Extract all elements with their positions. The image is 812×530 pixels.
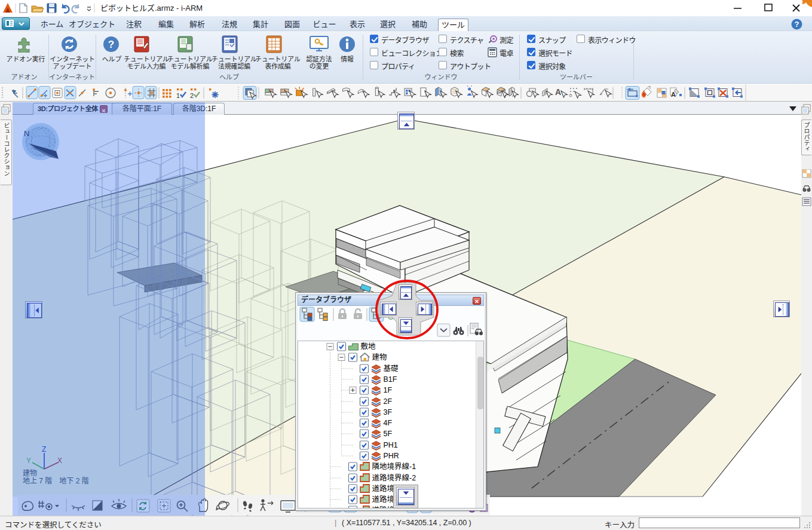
svg-text:A: A xyxy=(555,87,561,97)
svg-text:?: ? xyxy=(108,39,114,50)
svg-text:ピボットヒルズ.armz - i-ARM: ピボットヒルズ.armz - i-ARM xyxy=(100,4,203,13)
svg-text:2: 2 xyxy=(190,92,194,99)
svg-text:1: 1 xyxy=(176,92,180,99)
svg-text:?: ? xyxy=(795,20,799,29)
